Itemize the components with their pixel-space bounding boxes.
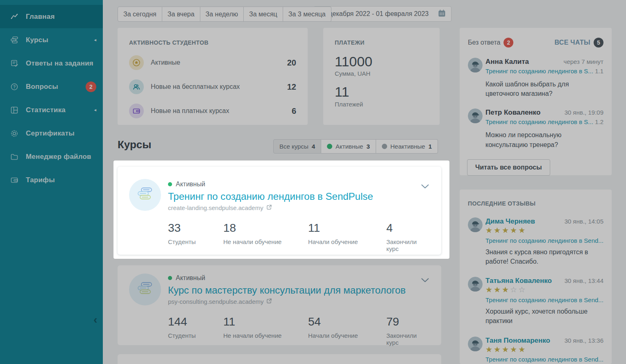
stat-label: Студенты (168, 238, 223, 245)
activity-card-title: АКТИВНОСТЬ СТУДЕНТОВ (129, 39, 296, 46)
course-title-link[interactable]: Тренинг по созданию лендингов в SendPuls… (168, 191, 429, 202)
submenu-caret-icon: ◂ (94, 37, 96, 43)
sidebar-nav: Главная Курсы ◂ Ответы на задания ? Вопр… (0, 5, 103, 192)
chat-user-name: Анна Калита (485, 58, 529, 66)
course-card-highlighted: Активный Тренинг по созданию лендингов в… (118, 167, 441, 255)
sidebar-item-label: Статистика (26, 106, 66, 114)
sidebar-item-label: Курсы (26, 36, 48, 44)
filter-3months-button[interactable]: За 3 месяца (283, 7, 331, 22)
course-url-link[interactable]: create-landing.sendpulse.academy (168, 204, 429, 211)
course-books-icon (129, 179, 161, 211)
review-course-link[interactable]: Тренинг по созданию лендингов в Send... (485, 237, 603, 244)
course-stat-students: 33 Студенты (168, 222, 223, 252)
chat-course-link[interactable]: Тренинг по созданию лендингов в S... (485, 118, 593, 125)
course-status: Активный (168, 274, 429, 282)
course-stat-not-started: 11 Не начали обучение (223, 315, 308, 346)
review-course-link[interactable]: Тренинг по созданию лендингов в Send... (485, 356, 603, 363)
stat-label: Студенты (168, 332, 223, 339)
tariffs-icon (10, 176, 19, 185)
course-stat-finished: 79 Закончили курс (386, 315, 429, 346)
review-user-name[interactable]: Дима Черняев (485, 217, 535, 226)
chevron-down-icon[interactable] (421, 183, 429, 190)
activity-row-active: Активные 20 (129, 55, 296, 70)
chat-user-name: Петр Коваленко (485, 109, 540, 117)
tab-label: Активные (336, 143, 363, 150)
courses-icon (10, 36, 19, 45)
sidebar-item-label: Менеджер файлов (26, 153, 91, 161)
stat-label: Не начали обучение (223, 238, 308, 245)
payments-card-title: ПЛАТЕЖИ (335, 39, 428, 46)
sidebar: Главная Курсы ◂ Ответы на задания ? Вопр… (0, 0, 103, 364)
sidebar-item-courses[interactable]: Курсы ◂ (0, 28, 103, 52)
sidebar-item-assignments[interactable]: Ответы на задания (0, 52, 103, 75)
tab-active-courses[interactable]: Активные 3 (321, 139, 376, 154)
stat-value: 33 (168, 222, 223, 235)
all-chats-link[interactable]: ВСЕ ЧАТЫ 5 (555, 38, 603, 47)
sidebar-item-certificates[interactable]: Сертификаты (0, 122, 103, 145)
tab-all-courses[interactable]: Все курсы 4 (273, 139, 321, 154)
courses-filter-tabs: Все курсы 4 Активные 3 Неактивные 1 (273, 139, 438, 154)
external-link-icon (266, 204, 272, 211)
tab-count: 1 (429, 143, 432, 150)
calendar-icon (438, 9, 446, 19)
chat-lesson-number: 1.2 (595, 118, 603, 125)
sidebar-item-questions[interactable]: ? Вопросы 2 (0, 75, 103, 98)
files-icon (10, 152, 19, 161)
status-dot-icon (168, 182, 172, 186)
review-user-name[interactable]: Татьяна Коваленко (485, 277, 552, 285)
submenu-caret-icon: ◂ (94, 107, 96, 113)
review-course-link[interactable]: Тренинг по созданию лендингов в Send... (485, 296, 603, 303)
unanswered-label: Без ответа (468, 39, 500, 46)
sidebar-item-home[interactable]: Главная (0, 5, 103, 28)
course-url-link[interactable]: psy-consulting.sendpulse.academy (168, 298, 429, 305)
course-stats: 144 Студенты 11 Не начали обучение 54 На… (168, 315, 429, 346)
all-chats-badge: 5 (594, 38, 603, 47)
course-stat-started: 54 Начали обучение (308, 315, 386, 346)
status-dot-icon (168, 276, 172, 280)
activity-row-value: 12 (287, 82, 296, 92)
sidebar-item-label: Тарифы (26, 176, 55, 184)
activity-row-label: Новые на платных курсах (151, 107, 229, 115)
chat-item[interactable]: Петр Коваленко 30 янв., 19:09 Тренинг по… (468, 109, 603, 149)
date-range-value: 01 декабря 2022 - 01 февраля 2023 (320, 10, 429, 18)
tour-spotlight: Активный Тренинг по созданию лендингов в… (113, 161, 449, 259)
sidebar-item-file-manager[interactable]: Менеджер файлов (0, 145, 103, 168)
external-link-icon (266, 298, 272, 305)
tab-count: 4 (312, 143, 315, 150)
course-status: Активный (168, 181, 429, 188)
stat-label: Начали обучение (308, 238, 386, 245)
chats-header: Без ответа 2 ВСЕ ЧАТЫ 5 (468, 38, 603, 47)
stars-filled: ★★★ (485, 285, 510, 294)
sidebar-item-statistics[interactable]: Статистика ◂ (0, 98, 103, 122)
filter-month-button[interactable]: За месяц (244, 7, 283, 22)
course-url-text: psy-consulting.sendpulse.academy (168, 298, 263, 305)
course-url-text: create-landing.sendpulse.academy (168, 204, 263, 211)
filter-today-button[interactable]: За сегодня (118, 7, 162, 22)
course-card-partial (118, 354, 441, 364)
chat-course-link[interactable]: Тренинг по созданию лендингов в S... (485, 68, 593, 75)
activity-row-value: 20 (287, 58, 296, 68)
stat-label: Начали обучение (308, 332, 386, 339)
sidebar-collapse-button[interactable]: ‹ (89, 313, 102, 327)
rating-stars: ★★★★★ (485, 346, 603, 354)
courses-section-title: Курсы (118, 138, 152, 151)
avatar (468, 58, 483, 72)
review-time: 30 янв., 14:05 (565, 218, 603, 225)
date-range-picker[interactable]: 01 декабря 2022 - 01 февраля 2023 (313, 6, 451, 22)
all-chats-label: ВСЕ ЧАТЫ (555, 39, 590, 46)
tab-inactive-courses[interactable]: Неактивные 1 (376, 139, 438, 154)
chat-item[interactable]: Анна Калита через 7 минут Тренинг по соз… (468, 58, 603, 98)
chevron-down-icon[interactable] (421, 277, 429, 284)
svg-text:?: ? (13, 84, 16, 89)
course-stat-not-started: 18 Не начали обучение (223, 222, 308, 252)
wallet-icon (129, 104, 144, 118)
filter-yesterday-button[interactable]: За вчера (162, 7, 200, 22)
activity-row-label: Новые на бесплатных курсах (151, 83, 240, 90)
filter-week-button[interactable]: За неделю (200, 7, 244, 22)
stat-label: Не начали обучение (223, 332, 308, 339)
sidebar-item-tariffs[interactable]: Тарифы (0, 168, 103, 192)
statistics-icon (10, 106, 19, 115)
course-title-link[interactable]: Курс по мастерству консультации для марк… (168, 285, 429, 296)
review-user-name[interactable]: Таня Пономаренко (485, 337, 550, 345)
read-all-questions-button[interactable]: Читать все вопросы (467, 159, 550, 176)
